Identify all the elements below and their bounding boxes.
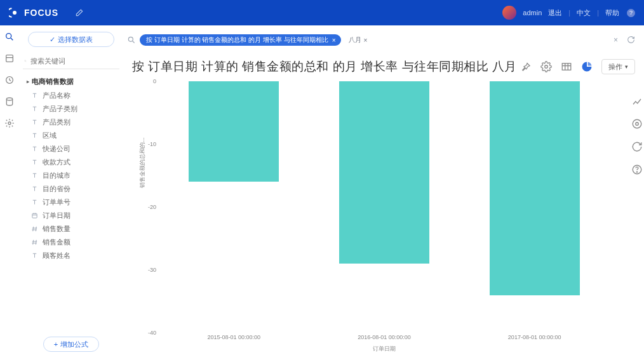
field-type-icon [30,91,39,100]
tag-close-icon[interactable]: × [364,37,368,44]
field-label: 产品子类别 [43,104,77,114]
chart: 销售金额的总和的... 0-10-20-30-40 订单日期 2015-08-0… [131,79,635,352]
bar[interactable] [189,81,279,182]
y-tick: -40 [148,330,156,336]
username[interactable]: admin [523,9,542,17]
field-type-icon [30,171,39,180]
field-item[interactable]: 目的城市 [30,169,119,182]
bar[interactable] [490,81,580,295]
pin-icon[interactable] [520,61,532,72]
title-tools: 操作 ▾ [520,59,635,74]
svg-point-0 [13,11,17,15]
config-icon[interactable] [540,61,552,72]
svg-point-9 [545,65,548,69]
svg-point-14 [636,171,637,172]
field-item[interactable]: 收款方式 [30,156,119,169]
svg-point-5 [8,122,11,124]
rail-settings-icon[interactable] [4,118,15,128]
x-tick: 2016-08-01 00:00:00 [358,334,411,340]
rail-data-icon[interactable] [4,97,15,107]
main-area: 按 订单日期 计算的 销售金额的总和 的月 增长率 与往年同期相比 × 八月 ×… [126,25,644,362]
field-label: 目的省份 [43,184,70,194]
chart-refresh-icon[interactable] [631,141,643,152]
field-label: 快递公司 [43,144,70,154]
y-tick: -10 [148,141,156,147]
table-view-icon[interactable] [561,61,572,72]
svg-point-4 [6,98,12,100]
y-axis: 销售金额的总和的... 0-10-20-30-40 [140,81,156,333]
select-table-button[interactable]: ✓ 选择数据表 [28,32,114,47]
side-panel: ✓ 选择数据表 ▸ 电商销售数据 产品名称产品子类别产品类别区域快递公司收款方式… [19,25,126,362]
field-label: 销售数量 [43,224,70,234]
table-header[interactable]: ▸ 电商销售数据 [23,74,119,89]
field-type-icon [30,225,39,233]
search-icon [24,57,27,65]
rail-dashboard-icon[interactable] [4,53,15,64]
svg-point-12 [633,119,641,128]
lang-link[interactable]: 中文 [577,8,591,18]
chart-help-icon[interactable] [631,164,643,175]
field-item[interactable]: 产品子类别 [30,102,119,116]
field-item[interactable]: 快递公司 [30,142,119,156]
logout-link[interactable]: 退出 [548,8,562,18]
svg-point-8 [128,37,133,41]
field-item[interactable]: 订单单号 [30,196,119,209]
field-item[interactable]: 目的省份 [30,182,119,196]
y-tick: 0 [153,78,156,84]
field-type-icon [30,158,39,166]
rail-history-icon[interactable] [4,75,15,85]
query-search-icon[interactable] [127,36,136,44]
chevron-down-icon: ▾ [625,64,628,70]
field-type-icon [30,238,39,246]
field-type-icon [30,118,39,126]
help-link[interactable]: 帮助 [605,8,619,18]
bar[interactable] [339,81,429,264]
side-search-input[interactable] [30,57,118,65]
query-actions: × [614,36,635,44]
clear-icon[interactable]: × [614,36,618,44]
refresh-icon[interactable] [627,36,635,44]
field-type-icon [30,198,39,206]
svg-point-1 [6,34,11,39]
rail-search-icon[interactable] [4,32,15,42]
app-name: FOCUS [24,8,58,18]
x-axis-label: 订单日期 [373,345,396,353]
field-label: 目的城市 [43,171,70,180]
field-item[interactable]: 销售金额 [30,236,119,249]
svg-rect-7 [32,213,37,218]
field-item[interactable]: 顾客姓名 [30,249,119,262]
query-bar: 按 订单日期 计算的 销售金额的总和 的月 增长率 与往年同期相比 × 八月 ×… [127,30,635,50]
chart-side-tools [631,95,643,175]
field-item[interactable]: 订单日期 [30,209,119,222]
field-label: 订单日期 [43,211,70,220]
help-badge-icon[interactable]: ? [627,9,635,17]
edit-icon[interactable] [75,8,84,17]
field-label: 订单单号 [43,198,70,207]
field-label: 顾客姓名 [43,251,70,260]
field-type-icon [30,211,39,220]
side-search[interactable] [23,55,119,69]
field-label: 区域 [43,131,57,140]
field-item[interactable]: 产品类别 [30,116,119,129]
field-item[interactable]: 销售数量 [30,222,119,236]
field-type-icon [30,145,39,153]
pill-close-icon[interactable]: × [332,37,336,44]
field-item[interactable]: 产品名称 [30,89,119,102]
logo-icon [9,7,20,18]
field-label: 销售金额 [43,238,70,247]
chart-view-icon[interactable] [581,61,593,72]
svg-point-11 [636,123,639,126]
add-formula-button[interactable]: + 增加公式 [43,337,99,352]
avatar[interactable] [502,6,516,20]
field-item[interactable]: 区域 [30,129,119,142]
field-type-icon [30,131,39,140]
x-tick: 2017-08-01 00:00:00 [508,334,561,340]
field-type-icon [30,105,39,113]
operations-button[interactable]: 操作 ▾ [601,59,635,74]
chart-settings-icon[interactable] [631,118,643,130]
chart-type-icon[interactable] [631,95,643,107]
field-type-icon [30,251,39,260]
query-tag[interactable]: 八月 × [349,36,368,44]
logo: FOCUS [9,7,58,18]
query-pill[interactable]: 按 订单日期 计算的 销售金额的总和 的月 增长率 与往年同期相比 × [140,34,341,46]
